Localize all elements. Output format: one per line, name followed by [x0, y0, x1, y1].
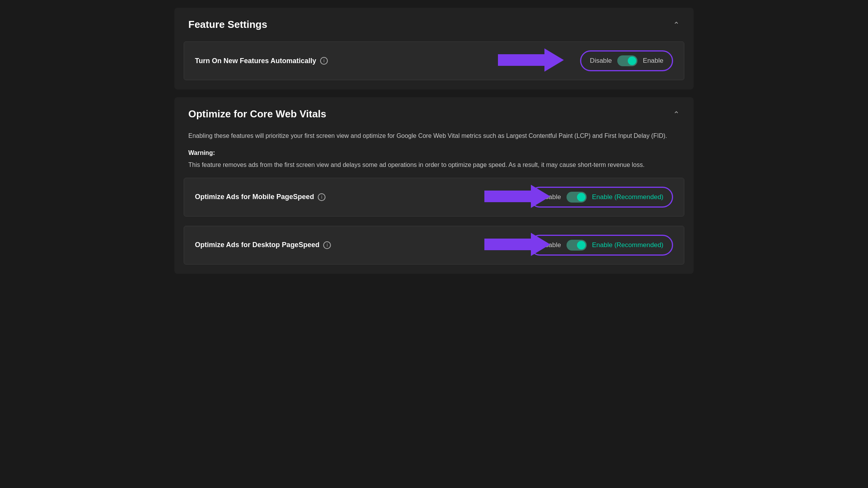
new-features-disable-label: Disable — [590, 57, 612, 65]
svg-marker-0 — [498, 48, 564, 72]
arrow-annotation-mobile — [484, 185, 550, 210]
core-web-vitals-description: Enabling these features will prioritize … — [174, 131, 694, 178]
mobile-pagespeed-enable-label: Enable (Recommended) — [592, 193, 663, 201]
core-web-vitals-header[interactable]: Optimize for Core Web Vitals ⌃ — [174, 97, 694, 131]
desktop-pagespeed-toggle-control[interactable]: Disable Enable (Recommended) — [529, 235, 673, 256]
arrow-annotation-new-features — [498, 48, 564, 73]
mobile-pagespeed-toggle[interactable] — [567, 192, 587, 203]
mobile-pagespeed-info-icon[interactable]: i — [318, 193, 326, 201]
new-features-enable-label: Enable — [643, 57, 663, 65]
svg-marker-1 — [484, 185, 550, 208]
feature-settings-chevron-icon: ⌃ — [673, 20, 680, 29]
arrow-mobile-svg — [484, 185, 550, 208]
desktop-pagespeed-toggle-thumb — [577, 241, 586, 249]
mobile-pagespeed-toggle-thumb — [577, 193, 586, 201]
feature-settings-header[interactable]: Feature Settings ⌃ — [174, 8, 694, 41]
mobile-pagespeed-label: Optimize Ads for Mobile PageSpeed i — [195, 193, 326, 201]
desktop-pagespeed-toggle[interactable] — [567, 240, 587, 251]
mobile-pagespeed-row: Optimize Ads for Mobile PageSpeed i Disa… — [184, 178, 684, 217]
desktop-pagespeed-enable-label: Enable (Recommended) — [592, 241, 663, 249]
turn-on-new-features-info-icon[interactable]: i — [320, 57, 328, 65]
desktop-pagespeed-toggle-track — [567, 240, 587, 251]
new-features-toggle[interactable] — [617, 55, 637, 66]
desktop-pagespeed-row: Optimize Ads for Desktop PageSpeed i Dis… — [184, 226, 684, 265]
new-features-toggle-thumb — [628, 57, 636, 65]
core-web-vitals-title: Optimize for Core Web Vitals — [188, 108, 326, 120]
turn-on-new-features-row: Turn On New Features Automatically i Dis… — [184, 41, 684, 80]
core-web-vitals-chevron-icon: ⌃ — [673, 110, 680, 119]
turn-on-new-features-label: Turn On New Features Automatically i — [195, 57, 328, 65]
mobile-pagespeed-toggle-control[interactable]: Disable Enable (Recommended) — [529, 187, 673, 208]
feature-settings-section: Feature Settings ⌃ Turn On New Features … — [174, 8, 694, 89]
desktop-pagespeed-label: Optimize Ads for Desktop PageSpeed i — [195, 241, 331, 249]
new-features-toggle-control[interactable]: Disable Enable — [580, 50, 673, 71]
mobile-pagespeed-toggle-track — [567, 192, 587, 203]
core-web-vitals-section: Optimize for Core Web Vitals ⌃ Enabling … — [174, 97, 694, 274]
new-features-toggle-track — [617, 55, 637, 66]
arrow-desktop-svg — [484, 233, 550, 256]
feature-settings-title: Feature Settings — [188, 19, 267, 31]
svg-marker-2 — [484, 233, 550, 256]
desktop-pagespeed-info-icon[interactable]: i — [323, 241, 331, 249]
arrow-annotation-desktop — [484, 233, 550, 258]
arrow-svg — [498, 48, 564, 72]
